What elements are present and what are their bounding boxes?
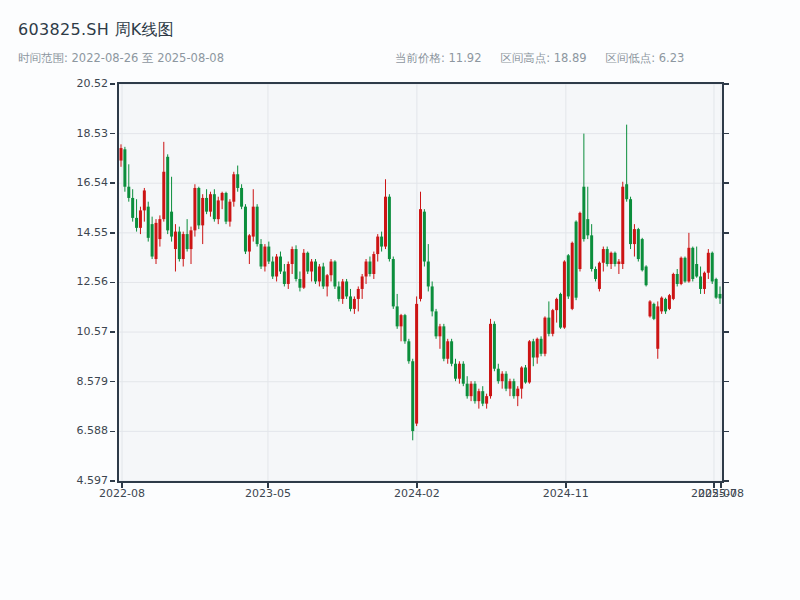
candle-body [131,198,134,218]
candle-body [648,301,651,316]
candle-body [279,257,282,272]
candle-body [442,326,445,358]
candle-body [357,289,360,299]
y-tick-mark [724,232,729,234]
candle-body [166,157,169,231]
current-price-label: 当前价格 [395,51,441,65]
candle-body [151,224,154,256]
y-tick-mark [110,331,115,333]
y-tick-label: 14.55 [36,226,108,240]
range-high-stat: 区间高点: 18.89 [500,51,586,65]
candle-body [361,276,364,288]
x-tick-mark [416,483,418,488]
h-gridline [119,431,722,432]
candle-body [127,187,130,198]
candle-body [427,262,430,287]
candle-body [602,249,605,263]
candle-body [641,239,644,270]
candle-body [559,294,562,328]
candle-body [302,253,305,288]
candle-body [193,188,196,230]
y-tick-mark [724,480,729,482]
candle-body [244,207,247,252]
date-range-label: 时间范围: 2022-08-26 至 2025-08-08 [18,51,224,66]
candle-body [454,364,457,379]
candle-body [403,315,406,341]
y-tick-mark [110,182,115,184]
candle-body [594,269,597,279]
candle-body [470,384,473,396]
candle-body [162,172,165,219]
candle-body [411,361,414,431]
candle-body [540,339,543,354]
y-tick-mark [724,331,729,333]
candle-body [306,253,309,272]
candle-body [528,341,531,382]
y-tick-mark [110,431,115,433]
candle-body [645,267,648,286]
current-price-stat: 当前价格: 11.92 [395,51,481,65]
y-tick-mark [724,381,729,383]
range-high-label: 区间高点 [500,51,546,65]
candle-body [388,197,391,259]
candle-body [263,247,266,267]
candle-body [283,271,286,283]
candle-body [571,243,574,309]
candle-body [485,396,488,403]
candle-body [353,299,356,309]
candle-body [415,304,418,424]
candle-body [201,198,204,225]
candle-body [578,213,581,269]
candle-body [489,324,492,396]
candle-body [493,324,496,369]
candle-body [477,391,480,401]
y-tick-mark [110,480,115,482]
candle-body [586,219,589,235]
candle-body [236,174,239,188]
candle-body [516,389,519,396]
candle-body [551,310,554,334]
candle-body [625,184,628,199]
candle-body [563,262,566,328]
candle-body [505,374,508,389]
candle-body [298,279,301,288]
candle-body [380,237,383,247]
y-tick-mark [110,133,115,135]
candle-body [703,273,706,289]
candle-body [376,237,379,254]
candle-body [687,248,690,282]
candle-body [617,262,620,264]
h-gridline [119,381,722,382]
candle-body [497,369,500,381]
range-high-value: 18.89 [554,51,587,65]
v-gridline [122,84,123,481]
candle-body [567,255,570,296]
y-tick-mark [724,133,729,135]
candle-body [256,207,259,244]
candle-body [676,274,679,284]
candle-body [524,367,527,382]
candle-body [314,262,317,282]
x-tick-label: 2022-08 [82,487,162,500]
candle-body [326,275,329,286]
candle-body [473,384,476,401]
x-tick-mark [267,483,269,488]
candle-body [295,249,298,279]
candle-body [260,244,263,266]
candle-body [707,253,710,273]
candle-body [660,298,663,312]
candle-body [197,188,200,225]
candle-body [322,267,325,287]
candle-body [672,274,675,299]
candle-body [174,232,177,249]
y-tick-mark [724,182,729,184]
candle-body [656,306,659,348]
candle-body [120,148,123,160]
candle-body [225,193,228,222]
y-tick-label: 6.588 [36,424,108,438]
range-low-value: 6.23 [659,51,685,65]
candle-body [407,341,410,361]
candle-body [287,264,290,284]
y-tick-mark [724,431,729,433]
candle-body [719,294,722,298]
